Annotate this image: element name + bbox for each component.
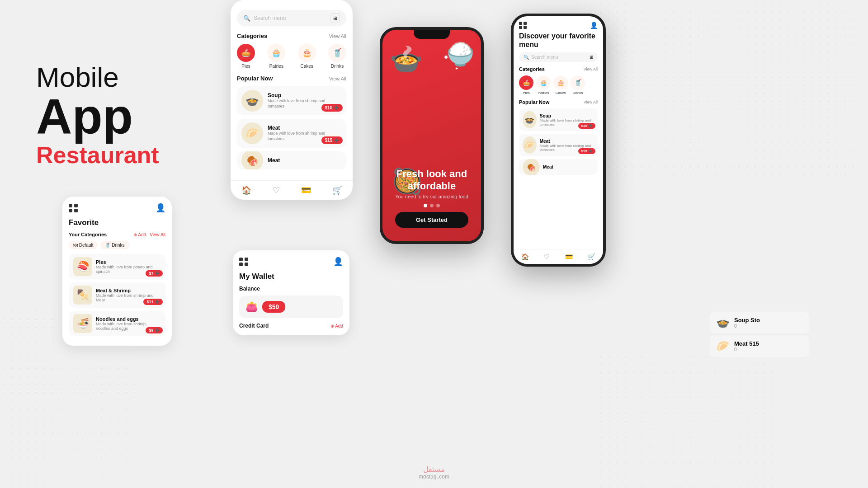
rp-patries-icon: 🧁 [536,75,551,90]
right-phone-screen: 👤 Discover your favorite menu 🔍 Search m… [514,16,603,264]
soup-sto-name: Soup Sto [734,317,760,324]
meat-image: 🥟 [241,122,263,144]
rp-cakes-label: Cakes [556,91,566,95]
wallet-icon: 👛 [245,301,258,313]
credit-card-row: Credit Card ⊕ Add [239,323,343,329]
food-bowl-top-left: 🍲 [389,43,423,75]
rp-popular-title: Popular Now [519,99,549,105]
rp-cat-view-all[interactable]: View All [584,67,598,71]
main-menu-phone: 🔍 Search menu ⊞ Categories View All 🥧 Pi… [231,0,353,200]
tag-default[interactable]: 🍽 Default [69,241,98,249]
rp-popular-view-all[interactable]: View All [584,100,598,104]
wallet-grid-icon [239,258,248,266]
rp-categories-header: Categories View All [514,66,603,72]
rp-bottom-nav: 🏠 ♡ 💳 🛒 [514,249,603,264]
noodles-name: Noodles and eggs [96,316,161,322]
cart-nav-icon[interactable]: 🛒 [332,185,342,195]
soup-sto-sub: 0 [734,324,760,328]
category-drinks[interactable]: 🥤 Drinks [328,44,346,69]
your-categories-label: Your Categories [69,232,107,237]
rp-drinks-label: Drinks [573,91,583,95]
categories-header: Categories View All [237,33,346,39]
rp-cat-patries[interactable]: 🧁 Patries [536,75,551,95]
meat-515-sub: 0 [734,347,759,352]
rp-cat-pies[interactable]: 🥧 Pies [519,75,533,95]
rp-drinks-icon: 🥤 [571,75,585,90]
food-bowl-top-right: 🍚 [446,41,474,67]
meat-515-card: 🥟 Meat 515 0 [710,335,809,357]
rp-meat2-info: Meat [543,164,553,169]
fav-item-noodles[interactable]: 🍜 Noodles and eggs Made with love from s… [69,311,165,336]
rp-cart-icon[interactable]: 🛒 [588,253,595,260]
filter-icon[interactable]: ⊞ [330,13,340,23]
menu-item-meat2[interactable]: 🍖 Meat [237,151,346,169]
rp-cat-cakes[interactable]: 🎂 Cakes [553,75,568,95]
search-bar[interactable]: 🔍 Search menu ⊞ [237,10,346,26]
category-patries[interactable]: 🧁 Patries [267,44,285,69]
hero-line3: Restaurant [36,141,159,169]
big-phone: 🍲 🍚 🥘 ✦ ✦ Fresh look and affordable You … [380,27,484,244]
rp-meat2-item[interactable]: 🍖 Meat [519,159,598,175]
rp-soup-item[interactable]: 🍲 Soup Made with love from shrimp and to… [519,108,598,131]
rp-pies-icon: 🥧 [519,75,533,90]
rp-meat2-img: 🍖 [523,159,540,175]
get-started-btn[interactable]: Get Started [395,212,468,228]
category-pies[interactable]: 🥧 Pies [237,44,255,69]
bottom-nav: 🏠 ♡ 💳 🛒 [231,180,353,200]
rp-meat-item[interactable]: 🥟 Meat Made with love from shrimp and to… [519,134,598,156]
search-placeholder: Search menu [254,15,330,21]
your-cat-actions: ⊕ Add View All [133,232,165,237]
rp-pies-label: Pies [523,91,530,95]
meat-515-info: Meat 515 0 [734,340,759,352]
patries-label: Patries [269,64,283,69]
tag-drinks[interactable]: 🥤 Drinks [100,241,129,249]
rp-search[interactable]: 🔍 Search menu ⊞ [519,52,598,62]
home-nav-icon[interactable]: 🏠 [241,185,251,195]
sparkle-icon: ✦ [443,52,449,62]
popular-view-all[interactable]: View All [329,76,346,81]
dot-1 [424,204,427,207]
rp-search-placeholder: Search menu [531,55,590,60]
rp-meat-name: Meat [540,139,594,144]
rp-cakes-icon: 🎂 [553,75,568,90]
meat-name: Meat [268,125,342,131]
meat-515-name: Meat 515 [734,340,759,347]
fav-item-pies[interactable]: 🍣 Pies Made with love from potato and sp… [69,254,165,279]
add-credit-card-btn[interactable]: ⊕ Add [330,324,343,328]
wallet-title: My Wallet [239,272,343,281]
favorites-nav-icon[interactable]: ♡ [273,185,280,195]
wallet-panel: 👤 My Wallet Balance 👛 $50 Credit Card ⊕ … [233,250,349,335]
panel-top-bar: 👤 [69,203,165,213]
rp-favorites-icon[interactable]: ♡ [544,253,550,260]
right-phone-top-bar: 👤 [514,16,603,32]
rp-cat-drinks[interactable]: 🥤 Drinks [571,75,585,95]
credit-card-label: Credit Card [239,323,269,329]
rp-home-icon[interactable]: 🏠 [521,253,529,260]
menu-item-soup[interactable]: 🍲 Soup Made with love from shrimp and to… [237,86,346,115]
categories-row: 🥧 Pies 🧁 Patries 🎂 Cakes 🥤 Drinks [237,44,346,69]
rp-patries-label: Patries [538,91,549,95]
fresh-sub: You need to try our amazing food [395,194,468,199]
balance-amount: $50 [262,301,285,313]
soup-name: Soup [268,92,342,99]
menu-item-meat[interactable]: 🥟 Meat Made with love from shrimp and to… [237,119,346,148]
your-categories-row: Your Categories ⊕ Add View All [69,232,165,237]
rp-filter-icon: ⊞ [590,55,593,60]
wallet-nav-icon[interactable]: 💳 [301,185,311,195]
rp-wallet-icon[interactable]: 💳 [565,253,573,260]
category-cakes[interactable]: 🎂 Cakes [298,44,316,69]
rp-soup-img: 🍲 [523,111,537,128]
rp-categories-row: 🥧 Pies 🧁 Patries 🎂 Cakes 🥤 Drinks [514,75,603,95]
cakes-label: Cakes [300,64,313,69]
search-icon: 🔍 [243,15,250,22]
meat-price: $15 ➕ [321,136,343,144]
add-category-btn[interactable]: ⊕ Add [133,232,146,237]
meat-515-icon: 🥟 [716,340,730,352]
meat-shrimp-name: Meat & Shrimp [96,288,161,293]
view-all-cat-btn[interactable]: View All [150,232,165,237]
watermark-arabic: مستقل [423,465,445,474]
fav-item-meat-shrimp[interactable]: 🍢 Meat & Shrimp Made with love from shri… [69,282,165,308]
categories-view-all[interactable]: View All [329,33,346,39]
patries-icon: 🧁 [267,44,285,62]
fresh-tagline: Fresh look and affordable [395,168,468,192]
